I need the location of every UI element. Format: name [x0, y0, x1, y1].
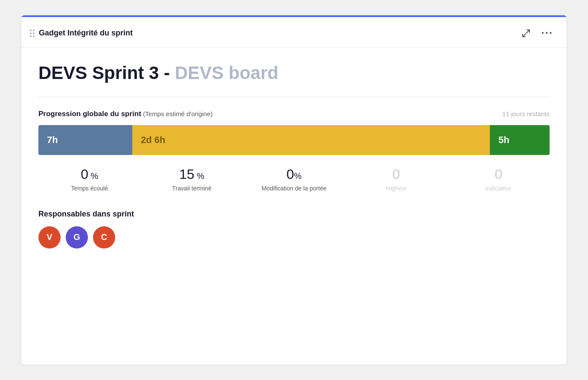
stat-label-2: Modification de la portée [262, 184, 327, 192]
progress-label-group: Progression globale du sprint (Temps est… [38, 110, 212, 118]
stat-item-0: 0 %Temps écoulé [38, 167, 141, 192]
stat-item-2: 0%Modification de la portée [243, 167, 345, 192]
header-title: Gadget Intégrité du sprint [39, 29, 133, 38]
progress-bar: 7h 2d 6h 5h [38, 125, 550, 155]
more-options-button[interactable]: ··· [539, 25, 555, 41]
progress-label: Progression globale du sprint [38, 110, 141, 118]
avatars-row: VGC [38, 226, 550, 248]
bar-blue-label: 7h [47, 134, 58, 146]
stats-row: 0 %Temps écoulé15 %Travail terminé0%Modi… [38, 167, 550, 192]
bar-green: 5h [490, 125, 550, 155]
stat-label-3: Highest [386, 184, 406, 192]
stat-value-2: 0% [286, 167, 302, 182]
drag-handle-icon[interactable] [30, 29, 35, 37]
stat-label-4: indicateur [486, 184, 512, 192]
gadget-card: Gadget Intégrité du sprint ··· DEVS Spri… [21, 15, 567, 365]
sprint-title: DEVS Sprint 3 - DEVS board [38, 63, 550, 83]
header-left: Gadget Intégrité du sprint [30, 29, 133, 38]
stat-value-0: 0 % [81, 167, 98, 182]
stat-pct-1: % [195, 171, 204, 181]
avatar-g[interactable]: G [66, 226, 88, 248]
stat-pct-2: % [294, 171, 302, 181]
bar-yellow-label: 2d 6h [141, 134, 165, 146]
progress-sublabel-text: (Temps estimé d'origine) [143, 110, 212, 117]
sprint-separator: - [164, 63, 175, 83]
responsables-title: Responsables dans sprint [38, 210, 550, 219]
section-divider [38, 96, 550, 97]
stat-item-3: 0Highest [345, 167, 448, 192]
stat-value-4: 0 [495, 167, 502, 182]
stat-label-1: Travail terminé [172, 184, 211, 192]
avatar-v[interactable]: V [38, 226, 61, 248]
stat-value-3: 0 [393, 167, 400, 182]
header: Gadget Intégrité du sprint ··· [21, 17, 567, 48]
progress-header: Progression globale du sprint (Temps est… [38, 110, 550, 118]
stat-item-1: 15 %Travail terminé [141, 167, 243, 192]
minimize-button[interactable] [520, 27, 533, 40]
bar-blue: 7h [38, 125, 132, 155]
header-actions: ··· [520, 25, 555, 41]
sprint-name: DEVS Sprint 3 [38, 63, 159, 83]
sprint-board: DEVS board [175, 63, 279, 83]
bar-green-label: 5h [498, 134, 509, 146]
stat-label-0: Temps écoulé [71, 184, 108, 192]
stat-item-4: 0indicateur [447, 167, 550, 192]
days-remaining: 11 jours restants [502, 110, 550, 117]
content-area: DEVS Sprint 3 - DEVS board Progression g… [21, 48, 567, 266]
bar-yellow: 2d 6h [132, 125, 490, 155]
stat-value-1: 15 % [179, 167, 204, 182]
avatar-c[interactable]: C [93, 226, 115, 248]
stat-pct-0: % [88, 171, 98, 181]
